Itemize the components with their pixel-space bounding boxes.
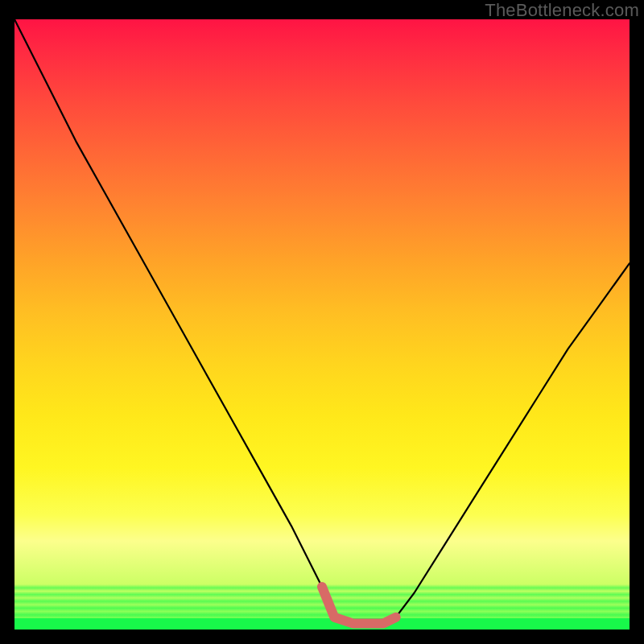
watermark-label: TheBottleneck.com xyxy=(485,0,639,21)
bottleneck-curve xyxy=(14,19,630,623)
chart-svg xyxy=(14,19,630,630)
chart-frame xyxy=(14,19,630,630)
optimal-zone-marker xyxy=(322,587,396,624)
